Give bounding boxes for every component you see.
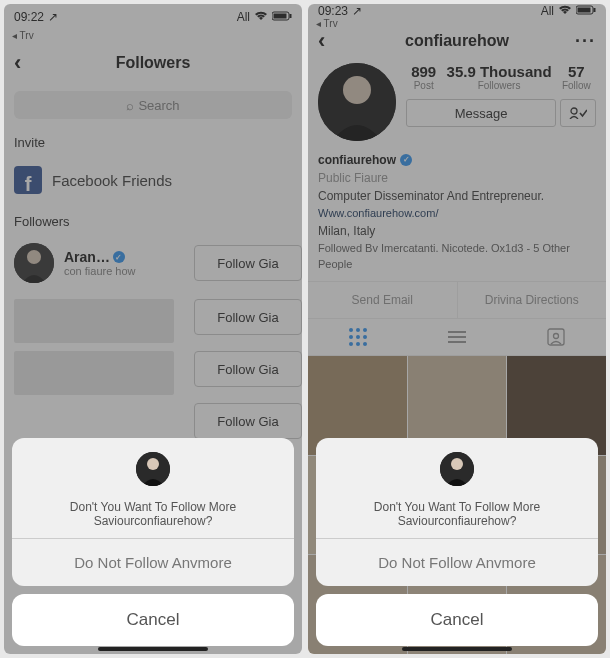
home-indicator[interactable] — [98, 647, 208, 651]
sheet-message: Don't You Want To Follow More Saviourcon… — [326, 500, 588, 528]
unfollow-option[interactable]: Do Not Follow Anvmore — [12, 538, 294, 586]
action-sheet: Don't You Want To Follow More Saviourcon… — [12, 438, 294, 646]
sheet-avatar — [440, 452, 474, 486]
sheet-avatar — [136, 452, 170, 486]
sheet-message: Don't You Want To Follow More Saviourcon… — [22, 500, 284, 528]
svg-point-16 — [451, 458, 463, 470]
unfollow-option[interactable]: Do Not Follow Anvmore — [316, 538, 598, 586]
cancel-button[interactable]: Cancel — [316, 594, 598, 646]
cancel-button[interactable]: Cancel — [12, 594, 294, 646]
phone-right: 09:23 ↗ All ◂ Trv ‹ confiaurehow ··· 899 — [308, 4, 606, 654]
svg-point-6 — [147, 458, 159, 470]
action-sheet: Don't You Want To Follow More Saviourcon… — [316, 438, 598, 646]
home-indicator[interactable] — [402, 647, 512, 651]
phone-left: 09:22 ↗ All ◂ Trv ‹ Followers ⌕ Search I… — [4, 4, 302, 654]
